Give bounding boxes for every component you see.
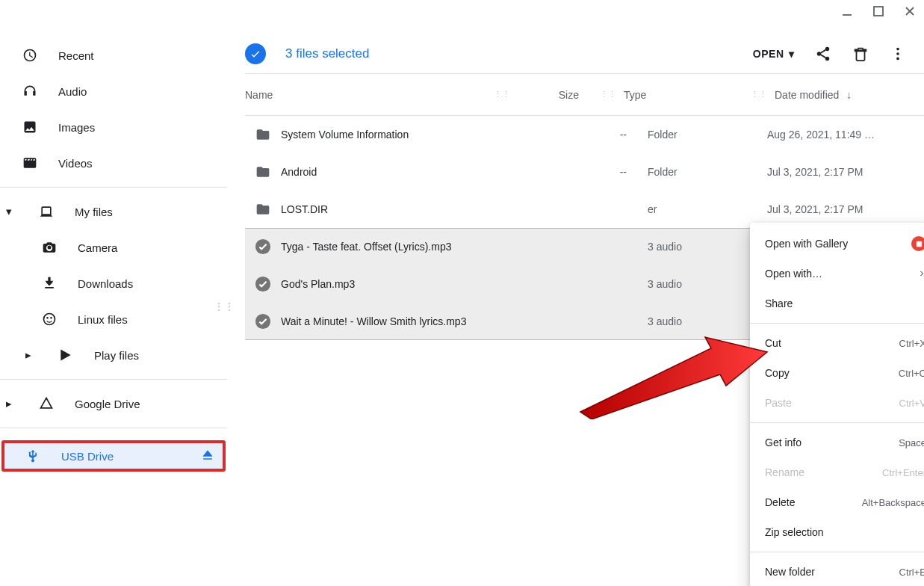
file-type: 3 audio xyxy=(648,241,767,253)
sidebar-item-myfiles[interactable]: ▾ My files xyxy=(0,194,227,229)
caret-right-icon[interactable]: ▸ xyxy=(24,348,33,362)
menu-item-cut[interactable]: CutCtrl+X xyxy=(750,328,924,358)
open-button[interactable]: OPEN ▾ xyxy=(753,48,794,60)
sidebar-label: Videos xyxy=(58,157,93,170)
folder-icon xyxy=(245,202,281,217)
sidebar-item-downloads[interactable]: Downloads xyxy=(0,265,227,301)
sidebar-label: Camera xyxy=(78,241,117,254)
sidebar-item-recent[interactable]: Recent xyxy=(0,37,227,73)
main-content: 3 files selected OPEN ▾ Name ⋮⋮ xyxy=(227,0,924,586)
file-row[interactable]: Android--FolderJul 3, 2021, 2:17 PM xyxy=(245,153,924,191)
folder-icon xyxy=(245,127,281,142)
more-menu-button[interactable] xyxy=(890,46,906,62)
file-type: Folder xyxy=(648,129,767,141)
menu-shortcut: Space xyxy=(899,437,924,448)
sidebar-item-linux[interactable]: Linux files xyxy=(0,301,227,337)
column-size[interactable]: Size xyxy=(518,89,592,101)
delete-button[interactable] xyxy=(852,46,869,62)
column-type[interactable]: Type xyxy=(624,89,743,101)
file-name: Wait a Minute! - Willow Smith lyrics.mp3 xyxy=(281,315,573,327)
menu-item-open-with-gallery[interactable]: Open with Gallery xyxy=(750,229,924,259)
movie-icon xyxy=(22,155,37,170)
file-size: -- xyxy=(573,129,648,141)
menu-item-label: Copy xyxy=(765,367,790,379)
menu-item-new-folder[interactable]: New folderCtrl+E xyxy=(750,557,924,586)
context-menu: Open with GalleryOpen with…ShareCutCtrl+… xyxy=(750,223,924,586)
sidebar-item-playfiles[interactable]: ▸ Play files xyxy=(0,337,227,373)
svg-point-10 xyxy=(896,48,899,51)
svg-point-5 xyxy=(46,317,49,319)
sidebar-item-videos[interactable]: Videos xyxy=(0,145,227,181)
sidebar-divider xyxy=(0,428,227,428)
column-date[interactable]: Date modified ↓ xyxy=(775,89,924,101)
sidebar-label: USB Drive xyxy=(61,450,114,463)
file-date: Aug 26, 2021, 11:49 … xyxy=(767,129,924,141)
column-name[interactable]: Name xyxy=(245,89,486,101)
menu-item-label: Share xyxy=(765,297,793,309)
file-row[interactable]: System Volume Information--FolderAug 26,… xyxy=(245,116,924,153)
menu-item-label: Cut xyxy=(765,337,781,349)
usb-icon xyxy=(25,448,40,463)
svg-point-4 xyxy=(44,314,55,325)
svg-rect-16 xyxy=(916,241,921,246)
menu-shortcut: Ctrl+V xyxy=(899,398,924,409)
file-name: System Volume Information xyxy=(281,129,573,141)
sidebar-label: Downloads xyxy=(78,277,133,290)
sidebar-label: Play files xyxy=(94,349,139,362)
caret-right-icon[interactable]: ▸ xyxy=(4,397,13,410)
caret-down-icon[interactable]: ▾ xyxy=(4,205,13,218)
menu-item-paste: PasteCtrl+V xyxy=(750,388,924,418)
sidebar-item-gdrive[interactable]: ▸ Google Drive xyxy=(0,386,227,422)
menu-item-delete[interactable]: DeleteAlt+Backspace xyxy=(750,487,924,517)
svg-point-9 xyxy=(825,57,830,61)
file-date: Jul 3, 2021, 2:17 PM xyxy=(767,203,924,215)
selection-check-icon[interactable] xyxy=(245,43,266,64)
column-resize-handle[interactable]: ⋮⋮ xyxy=(592,90,624,99)
menu-item-get-info[interactable]: Get infoSpace xyxy=(750,428,924,457)
caret-down-icon: ▾ xyxy=(789,48,795,60)
menu-item-share[interactable]: Share xyxy=(750,289,924,318)
selected-check-icon xyxy=(245,313,281,330)
sidebar-item-audio[interactable]: Audio xyxy=(0,73,227,109)
sidebar-item-usb[interactable]: ▸ USB Drive xyxy=(1,440,226,472)
headphones-icon xyxy=(22,84,37,99)
menu-shortcut: Ctrl+E xyxy=(899,567,924,578)
menu-item-label: Open with… xyxy=(765,268,822,280)
sidebar-label: Recent xyxy=(58,49,94,62)
eject-icon[interactable] xyxy=(200,448,215,465)
menu-item-label: Open with Gallery xyxy=(765,238,848,250)
menu-item-label: New folder xyxy=(765,566,815,578)
menu-shortcut: Ctrl+X xyxy=(899,338,924,349)
column-resize-handle[interactable]: ⋮⋮ xyxy=(743,90,775,99)
file-name: God's Plan.mp3 xyxy=(281,278,573,290)
clock-icon xyxy=(22,48,37,63)
sidebar-label: Audio xyxy=(58,85,87,98)
menu-shortcut: Alt+Backspace xyxy=(862,497,924,508)
file-date: Jul 3, 2021, 2:17 PM xyxy=(767,166,924,178)
share-button[interactable] xyxy=(815,46,831,62)
menu-item-open-with[interactable]: Open with… xyxy=(750,259,924,289)
sidebar-label: Images xyxy=(58,121,95,134)
svg-point-7 xyxy=(825,47,830,52)
svg-marker-17 xyxy=(580,337,767,419)
menu-shortcut: Ctrl+C xyxy=(899,368,924,379)
file-type: Folder xyxy=(648,166,767,178)
svg-point-6 xyxy=(50,317,52,319)
column-resize-handle[interactable]: ⋮⋮ xyxy=(486,90,518,99)
download-icon xyxy=(42,276,57,291)
file-name: LOST.DIR xyxy=(281,203,573,215)
gallery-app-icon xyxy=(911,236,924,251)
menu-item-zip-selection[interactable]: Zip selection xyxy=(750,517,924,547)
sidebar-item-camera[interactable]: Camera xyxy=(0,229,227,265)
selected-check-icon xyxy=(245,238,281,255)
menu-item-label: Delete xyxy=(765,496,795,508)
menu-item-copy[interactable]: CopyCtrl+C xyxy=(750,358,924,388)
sidebar-divider xyxy=(0,379,227,380)
menu-separator xyxy=(750,422,924,423)
sidebar-item-images[interactable]: Images xyxy=(0,109,227,145)
sidebar-label: Google Drive xyxy=(75,398,140,410)
selection-count-text: 3 files selected xyxy=(285,46,753,61)
menu-separator xyxy=(750,552,924,552)
menu-item-label: Zip selection xyxy=(765,526,824,538)
file-name: Android xyxy=(281,166,573,178)
